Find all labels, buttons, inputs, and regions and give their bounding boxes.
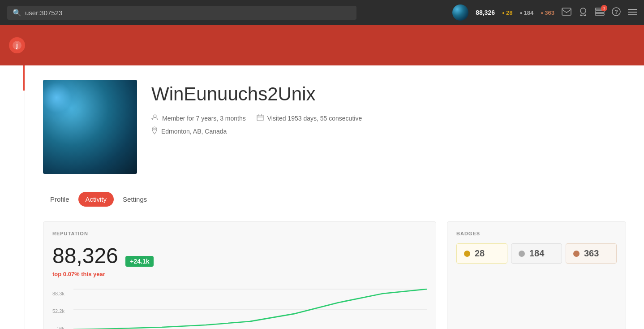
chart-wrapper: 2018 2019 2020 2021	[73, 285, 427, 329]
gold-dot-icon: ●	[502, 10, 505, 15]
calendar-icon	[257, 114, 264, 123]
avatar[interactable]	[452, 4, 468, 21]
location-item: Edmonton, AB, Canada	[151, 126, 227, 136]
svg-rect-4	[595, 13, 604, 15]
gold-badge: ● 28	[502, 9, 513, 16]
visited-text: Visited 1953 days, 55 consecutive	[267, 115, 362, 122]
bronze-dot-icon: ●	[541, 10, 543, 15]
badges-card: BADGES 28 184 363	[447, 221, 626, 329]
gold-badge-item: 28	[456, 243, 507, 264]
search-bar[interactable]: 🔍	[7, 6, 356, 20]
svg-text:j: j	[16, 42, 18, 49]
main-content: WinEunuuchs2Unix Member for 7 ye	[25, 65, 644, 329]
chart-y-labels: 88.3k 52.2k 16k	[52, 291, 64, 329]
nav-right: 88,326 ● 28 ● 184 ● 363	[452, 4, 637, 21]
profile-avatar	[43, 80, 137, 174]
bronze-badge-item: 363	[566, 243, 617, 264]
reputation-delta: +24.1k	[125, 256, 154, 267]
svg-point-19	[154, 128, 155, 130]
search-icon: 🔍	[13, 9, 21, 17]
inbox-icon[interactable]	[562, 8, 571, 18]
gold-count: 28	[506, 9, 512, 16]
rep-score: 88,326	[476, 9, 495, 16]
bronze-badge-dot	[573, 251, 580, 257]
reputation-card: REPUTATION 88,326 +24.1k top 0.07% this …	[43, 221, 436, 329]
silver-badge-count: 184	[529, 248, 544, 259]
silver-badge: ● 184	[520, 9, 534, 16]
review-queues-icon[interactable]: 1	[595, 8, 605, 18]
notification-badge: 1	[601, 5, 607, 11]
bronze-badge: ● 363	[541, 9, 554, 16]
visited-item: Visited 1953 days, 55 consecutive	[257, 114, 362, 123]
svg-point-13	[154, 115, 156, 117]
bronze-count: 363	[545, 9, 554, 16]
reputation-section-title: REPUTATION	[52, 231, 427, 236]
search-input[interactable]	[25, 9, 351, 17]
y-label-bot: 16k	[52, 326, 64, 329]
reputation-chart: 88.3k 52.2k 16k 2018	[52, 285, 427, 329]
svg-point-1	[580, 8, 586, 13]
silver-dot-icon: ●	[520, 10, 523, 15]
badges-section-title: BADGES	[456, 231, 617, 236]
chart-svg: 2018 2019 2020 2021	[73, 285, 427, 329]
member-since-item: Member for 7 years, 3 months	[151, 114, 246, 123]
silver-badge-item: 184	[511, 243, 562, 264]
tab-settings[interactable]: Settings	[116, 192, 154, 207]
profile-header: WinEunuuchs2Unix Member for 7 ye	[43, 65, 626, 185]
help-icon[interactable]: ?	[612, 7, 621, 18]
gold-badge-count: 28	[475, 248, 485, 259]
meta-row-location: Edmonton, AB, Canada	[151, 126, 626, 136]
y-label-top: 88.3k	[52, 291, 64, 296]
member-since-text: Member for 7 years, 3 months	[162, 115, 246, 122]
reputation-value: 88,326	[52, 244, 118, 268]
svg-rect-0	[562, 8, 571, 15]
top-navigation: 🔍 88,326 ● 28 ● 184 ● 363	[0, 0, 644, 25]
profile-username: WinEunuuchs2Unix	[151, 83, 626, 105]
tab-profile[interactable]: Profile	[43, 192, 77, 207]
sidebar-accent	[23, 65, 25, 91]
left-sidebar	[0, 65, 25, 329]
svg-rect-15	[257, 115, 263, 121]
profile-banner: j	[0, 25, 644, 65]
badge-row: 28 184 363	[456, 243, 617, 264]
y-label-mid: 52.2k	[52, 308, 64, 314]
profile-info: WinEunuuchs2Unix Member for 7 ye	[151, 80, 626, 136]
hamburger-menu-icon[interactable]	[628, 8, 637, 18]
achievements-icon[interactable]	[579, 7, 588, 18]
silver-count: 184	[524, 9, 534, 16]
bronze-badge-count: 363	[584, 248, 599, 259]
silver-badge-dot	[519, 251, 525, 257]
tabs-bar: Profile Activity Settings	[43, 185, 626, 214]
rep-display: 88,326 +24.1k	[52, 243, 427, 268]
svg-text:?: ?	[614, 9, 618, 15]
content-grid: REPUTATION 88,326 +24.1k top 0.07% this …	[43, 221, 626, 329]
location-icon	[151, 126, 158, 136]
rep-percentile: top 0.07% this year	[52, 271, 427, 277]
site-logo[interactable]: j	[9, 37, 25, 53]
tab-activity[interactable]: Activity	[78, 192, 114, 207]
profile-meta: Member for 7 years, 3 months	[151, 114, 626, 136]
page-layout: WinEunuuchs2Unix Member for 7 ye	[0, 65, 644, 329]
gold-badge-dot	[464, 251, 470, 257]
member-icon	[151, 114, 159, 123]
meta-row-member: Member for 7 years, 3 months	[151, 114, 626, 123]
location-text: Edmonton, AB, Canada	[161, 128, 227, 135]
